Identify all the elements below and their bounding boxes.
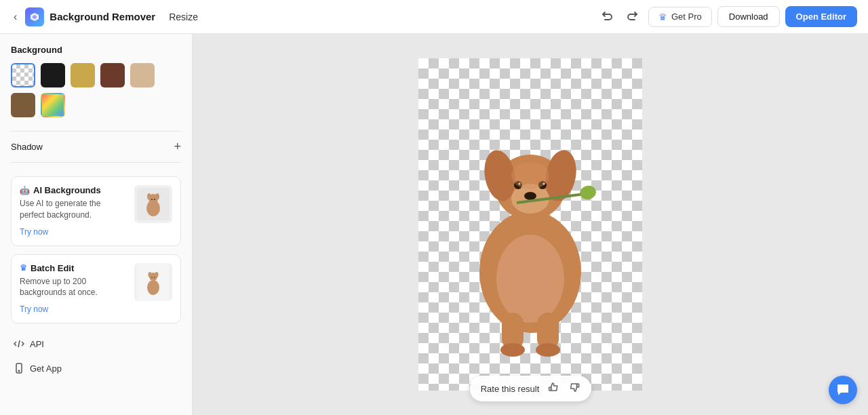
app-title: Background Remover [50,11,155,22]
batch-edit-title: ♛ Batch Edit [20,263,127,273]
svg-point-18 [496,235,564,323]
app-icon [25,7,44,26]
api-icon [14,338,24,349]
svg-rect-36 [576,384,578,387]
crown-icon-sm: ♛ [20,263,27,273]
ai-backgrounds-thumbnail [134,185,172,223]
svg-point-8 [147,280,159,295]
ai-backgrounds-try-now[interactable]: Try now [20,227,48,237]
resize-button[interactable]: Resize [161,7,206,26]
shadow-label: Shadow [11,142,43,152]
svg-point-29 [578,184,597,201]
ai-backgrounds-title: 🤖 AI Backgrounds [20,185,127,195]
swatch-dark-brown[interactable] [11,93,35,117]
canvas-area: Rate this result [193,34,868,415]
phone-icon [14,363,24,374]
image-container [418,58,642,391]
swatch-gradient[interactable] [41,93,65,117]
rate-text: Rate this result [481,384,540,394]
svg-point-32 [500,343,525,357]
redo-button[interactable] [623,5,643,28]
batch-edit-card: ♛ Batch Edit Remove up to 200 background… [11,254,181,324]
main-layout: Background Shadow + 🤖 AI Backgrounds Use… [0,34,868,415]
background-section-title: Background [11,45,181,55]
batch-edit-thumbnail [134,263,172,301]
topbar-left: ‹ Background Remover Resize [11,7,206,26]
thumbs-up-button[interactable] [547,381,559,396]
sidebar-item-get-app[interactable]: Get App [11,356,181,380]
rate-bar: Rate this result [470,376,591,401]
svg-point-3 [147,193,151,200]
thumbs-down-button[interactable] [568,381,580,396]
batch-edit-desc: Remove up to 200 backgrounds at once. [20,276,127,299]
ai-icon: 🤖 [20,186,30,195]
svg-point-33 [536,343,560,357]
undo-button[interactable] [597,5,617,28]
svg-point-6 [154,199,155,200]
svg-point-4 [155,193,159,200]
ai-backgrounds-text: 🤖 AI Backgrounds Use AI to generate the … [20,185,127,237]
svg-point-16 [18,370,20,372]
ai-backgrounds-desc: Use AI to generate the perfect backgroun… [20,198,127,221]
topbar: ‹ Background Remover Resize ♛ Get Pro [0,0,868,34]
swatch-beige[interactable] [130,63,155,87]
shadow-row: Shadow + [11,131,181,163]
swatch-black[interactable] [41,63,65,87]
open-editor-button[interactable]: Open Editor [785,6,857,27]
topbar-actions: ♛ Get Pro Download Open Editor [597,5,857,28]
svg-point-13 [154,277,155,278]
sidebar-footer: API Get App [11,332,181,380]
color-swatches [11,63,181,117]
dog-image [442,89,618,360]
download-button[interactable]: Download [717,6,780,27]
batch-edit-text: ♛ Batch Edit Remove up to 200 background… [20,263,127,315]
svg-rect-35 [549,387,551,391]
sidebar: Background Shadow + 🤖 AI Backgrounds Use… [0,34,193,415]
svg-line-14 [18,340,20,347]
svg-point-34 [511,162,549,189]
swatch-brown[interactable] [100,63,125,87]
add-shadow-button[interactable]: + [174,140,181,154]
crown-icon: ♛ [658,12,667,22]
batch-edit-try-now[interactable]: Try now [20,304,48,314]
svg-point-11 [155,272,159,277]
svg-point-27 [524,192,536,200]
sidebar-item-api[interactable]: API [11,332,181,356]
get-pro-button[interactable]: ♛ Get Pro [648,7,712,27]
back-button[interactable]: ‹ [11,8,20,26]
svg-point-5 [151,199,153,200]
svg-point-12 [151,277,153,278]
swatch-yellow[interactable] [71,63,95,87]
swatch-transparent[interactable] [11,63,35,87]
chat-button[interactable] [829,376,857,404]
ai-backgrounds-card: 🤖 AI Backgrounds Use AI to generate the … [11,176,181,246]
svg-point-10 [149,272,152,277]
